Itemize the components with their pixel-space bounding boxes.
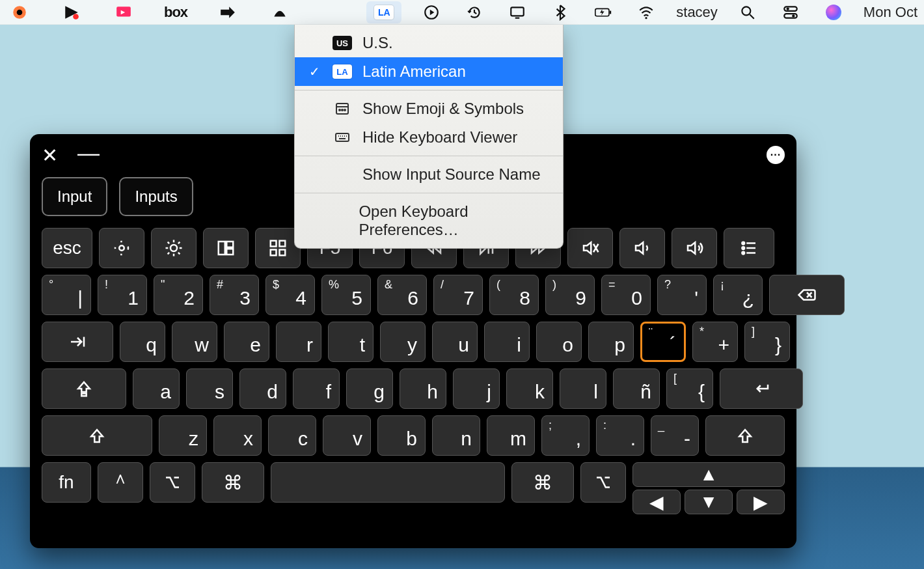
key-5[interactable]: %5 bbox=[321, 275, 371, 315]
key-list[interactable] bbox=[724, 228, 774, 268]
key-s[interactable]: s bbox=[186, 368, 233, 409]
key-mute[interactable] bbox=[567, 228, 613, 268]
key-control[interactable]: ＾ bbox=[98, 462, 143, 503]
key-f[interactable]: f bbox=[293, 368, 340, 409]
key-command-right[interactable]: ⌘ bbox=[511, 462, 574, 503]
time-machine-icon[interactable] bbox=[461, 3, 487, 22]
key-return[interactable] bbox=[720, 368, 803, 409]
key-k[interactable]: k bbox=[506, 368, 553, 409]
key-9[interactable]: )9 bbox=[545, 275, 595, 315]
app-icon-6[interactable] bbox=[267, 3, 293, 22]
key-option-right[interactable] bbox=[580, 462, 626, 503]
key-8[interactable]: (8 bbox=[489, 275, 539, 315]
suggestion-chip[interactable]: Input bbox=[42, 177, 107, 216]
key-,[interactable]: ;, bbox=[541, 415, 590, 456]
key-mission-control[interactable] bbox=[203, 228, 249, 268]
key-7[interactable]: /7 bbox=[433, 275, 483, 315]
key-c[interactable]: c bbox=[268, 415, 316, 456]
key-tab[interactable] bbox=[42, 322, 113, 362]
control-center-icon[interactable] bbox=[778, 3, 804, 22]
key-+[interactable]: *+ bbox=[692, 322, 738, 362]
key-´[interactable]: ¨´ bbox=[640, 322, 686, 362]
clock[interactable]: Mon Oct bbox=[863, 4, 917, 21]
app-icon-5[interactable] bbox=[215, 3, 241, 22]
key-command-left[interactable]: ⌘ bbox=[202, 462, 264, 503]
key-z[interactable]: z bbox=[159, 415, 207, 456]
key-d[interactable]: d bbox=[239, 368, 286, 409]
key-m[interactable]: m bbox=[487, 415, 535, 456]
key-ñ[interactable]: ñ bbox=[613, 368, 660, 409]
minimize-button[interactable]: — bbox=[77, 140, 100, 165]
key-brightness-down[interactable] bbox=[99, 228, 144, 268]
app-icon-1[interactable] bbox=[7, 3, 33, 22]
key-shift-left[interactable] bbox=[42, 415, 152, 456]
key-|[interactable]: °| bbox=[42, 275, 91, 315]
key-4[interactable]: $4 bbox=[265, 275, 315, 315]
key-¿[interactable]: ¡¿ bbox=[713, 275, 763, 315]
key-x[interactable]: x bbox=[213, 415, 262, 456]
key-arrow-up[interactable]: ▲ bbox=[632, 462, 785, 487]
key-2[interactable]: "2 bbox=[154, 275, 203, 315]
suggestion-chip[interactable]: Inputs bbox=[119, 177, 193, 216]
key-q[interactable]: q bbox=[120, 322, 165, 362]
hide-keyboard-item[interactable]: Hide Keyboard Viewer bbox=[295, 123, 563, 152]
key-l[interactable]: l bbox=[560, 368, 606, 409]
options-button[interactable]: ··· bbox=[767, 146, 785, 164]
bluetooth-icon[interactable] bbox=[547, 3, 573, 22]
key-space[interactable] bbox=[271, 462, 505, 503]
close-button[interactable]: ✕ bbox=[42, 144, 58, 167]
key-backspace[interactable] bbox=[769, 275, 845, 315]
key-e[interactable]: e bbox=[224, 322, 269, 362]
key-.[interactable]: :. bbox=[596, 415, 644, 456]
key-arrow-right[interactable]: ▶ bbox=[737, 490, 785, 514]
key-h[interactable]: h bbox=[400, 368, 446, 409]
key-arrow-left[interactable]: ◀ bbox=[632, 490, 681, 514]
key-fn[interactable]: fn bbox=[42, 462, 91, 503]
input-source-menu[interactable]: LA bbox=[366, 1, 401, 23]
open-prefs-item[interactable]: Open Keyboard Preferences… bbox=[295, 197, 563, 244]
key-t[interactable]: t bbox=[328, 322, 374, 362]
key-}[interactable]: ]} bbox=[744, 322, 790, 362]
key-o[interactable]: o bbox=[536, 322, 582, 362]
key-i[interactable]: i bbox=[484, 322, 530, 362]
key-u[interactable]: u bbox=[432, 322, 478, 362]
key--[interactable]: _- bbox=[651, 415, 699, 456]
app-icon-2[interactable] bbox=[59, 3, 85, 22]
key-r[interactable]: r bbox=[276, 322, 321, 362]
key-'[interactable]: ?' bbox=[657, 275, 707, 315]
key-3[interactable]: #3 bbox=[210, 275, 259, 315]
key-option-left[interactable] bbox=[150, 462, 195, 503]
display-icon[interactable] bbox=[504, 3, 530, 22]
now-playing-icon[interactable] bbox=[418, 3, 444, 22]
key-brightness-up[interactable] bbox=[151, 228, 197, 268]
key-esc[interactable]: esc bbox=[42, 228, 92, 268]
spotlight-icon[interactable] bbox=[735, 3, 761, 22]
key-caps-lock[interactable] bbox=[42, 368, 126, 409]
key-a[interactable]: a bbox=[133, 368, 180, 409]
key-b[interactable]: b bbox=[377, 415, 426, 456]
app-icon-3[interactable] bbox=[111, 3, 137, 22]
key-v[interactable]: v bbox=[323, 415, 371, 456]
key-g[interactable]: g bbox=[346, 368, 393, 409]
key-1[interactable]: !1 bbox=[98, 275, 147, 315]
key-volume-down[interactable] bbox=[619, 228, 665, 268]
key-arrow-down[interactable]: ▼ bbox=[685, 490, 733, 514]
key-shift-right[interactable] bbox=[705, 415, 785, 456]
key-j[interactable]: j bbox=[453, 368, 500, 409]
wifi-icon[interactable] bbox=[633, 3, 659, 22]
key-p[interactable]: p bbox=[588, 322, 634, 362]
show-source-name-item[interactable]: Show Input Source Name bbox=[295, 160, 563, 189]
key-w[interactable]: w bbox=[172, 322, 217, 362]
key-volume-up[interactable] bbox=[672, 228, 717, 268]
input-source-item-us[interactable]: ✓ US U.S. bbox=[295, 29, 563, 57]
key-6[interactable]: &6 bbox=[377, 275, 427, 315]
battery-icon[interactable] bbox=[590, 3, 616, 22]
key-{[interactable]: [{ bbox=[666, 368, 713, 409]
key-0[interactable]: =0 bbox=[601, 275, 651, 315]
user-name[interactable]: stacey bbox=[676, 4, 718, 21]
box-app-icon[interactable]: box bbox=[163, 3, 189, 22]
key-n[interactable]: n bbox=[432, 415, 480, 456]
siri-icon[interactable] bbox=[821, 3, 847, 22]
show-emoji-item[interactable]: Show Emoji & Symbols bbox=[295, 94, 563, 123]
key-y[interactable]: y bbox=[380, 322, 426, 362]
